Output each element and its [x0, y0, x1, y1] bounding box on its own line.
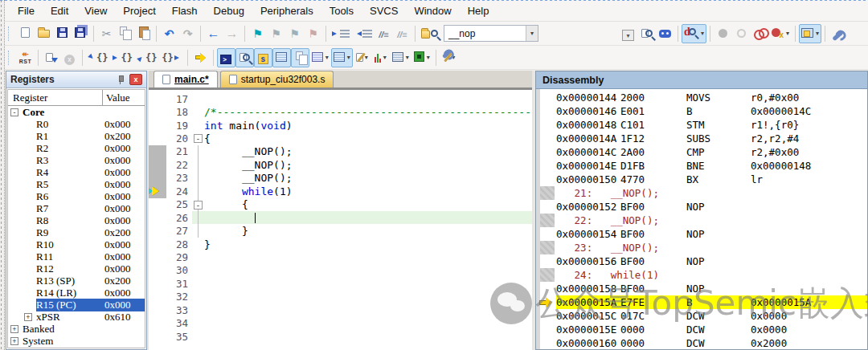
uncomment-selection-button[interactable]: //≡: [393, 24, 411, 43]
register-row-R5[interactable]: R50x000: [8, 178, 145, 190]
pin-icon[interactable]: [117, 75, 125, 84]
bookmark-next-button[interactable]: ⚑: [267, 24, 285, 43]
register-row-R10[interactable]: R100x000: [8, 238, 145, 250]
kill-all-breakpoints-button[interactable]: ▾: [769, 24, 792, 43]
fold-margin[interactable]: -: [192, 132, 204, 144]
memory-windows-button[interactable]: ▾: [331, 48, 353, 67]
breakpoint-margin[interactable]: [149, 211, 166, 224]
breakpoint-margin[interactable]: [149, 277, 166, 290]
fold-collapse-icon[interactable]: -: [194, 134, 203, 143]
disasm-margin[interactable]: [536, 227, 556, 241]
redo-button[interactable]: ↷: [178, 24, 197, 43]
bookmark-prev-button[interactable]: ⚑: [285, 24, 304, 43]
breakpoint-margin[interactable]: [149, 238, 166, 250]
disassembly-window-button[interactable]: [235, 48, 254, 67]
disasm-margin[interactable]: [536, 145, 556, 159]
symbols-window-button[interactable]: s: [254, 48, 272, 67]
indent-button[interactable]: [330, 24, 352, 43]
find-text-value[interactable]: __nop: [444, 28, 526, 39]
menu-debug[interactable]: Debug: [206, 2, 252, 20]
paste-button[interactable]: [134, 24, 153, 43]
menu-peripherals[interactable]: Peripherals: [252, 2, 321, 20]
fold-margin[interactable]: -: [192, 198, 204, 211]
menu-help[interactable]: Help: [460, 2, 497, 20]
debug-restore-views-button[interactable]: ▾: [799, 24, 821, 43]
navigate-back-button[interactable]: ←: [204, 24, 223, 43]
combo-dropdown-icon[interactable]: ▾: [526, 26, 538, 41]
register-row-R14-LR-[interactable]: R14 (LR)0x000: [8, 287, 145, 299]
menu-svcs[interactable]: SVCS: [362, 2, 406, 20]
dropdown-caret-icon[interactable]: ▾: [786, 30, 789, 37]
dropdown-caret-icon[interactable]: ▾: [427, 54, 430, 61]
disasm-margin[interactable]: [536, 186, 556, 200]
menu-tools[interactable]: Tools: [321, 2, 362, 20]
dropdown-caret-icon[interactable]: ▾: [406, 54, 409, 61]
toolbox-button[interactable]: ▾: [440, 48, 458, 67]
expand-icon[interactable]: +: [24, 313, 32, 321]
register-row-R15-PC-[interactable]: R15 (PC)0x000: [8, 299, 145, 311]
step-out-button[interactable]: {}: [135, 48, 159, 67]
menu-flash[interactable]: Flash: [164, 2, 206, 20]
register-row-R11[interactable]: R110x000: [8, 250, 145, 262]
register-row-R1[interactable]: R10x200: [8, 130, 145, 142]
show-next-statement-button[interactable]: [191, 48, 210, 67]
disasm-margin[interactable]: [536, 241, 556, 254]
breakpoint-margin[interactable]: [149, 250, 166, 263]
bookmark-toggle-button[interactable]: ⚑: [248, 24, 267, 43]
disasm-margin[interactable]: [536, 104, 556, 118]
disable-all-breakpoints-button[interactable]: [751, 24, 769, 43]
breakpoint-margin[interactable]: [149, 92, 166, 105]
dropdown-caret-icon[interactable]: ▾: [326, 54, 329, 61]
breakpoint-margin[interactable]: [149, 105, 166, 118]
options-checkbox-button[interactable]: ▾: [619, 24, 637, 43]
trace-windows-button[interactable]: ▾: [390, 48, 411, 67]
register-row-R6[interactable]: R60x000: [8, 190, 145, 202]
breakpoint-margin[interactable]: [149, 264, 166, 277]
disasm-margin[interactable]: [536, 200, 556, 214]
register-row-Banked[interactable]: +Banked: [8, 323, 145, 335]
disasm-margin[interactable]: [536, 309, 556, 323]
breakpoint-margin[interactable]: [149, 119, 166, 132]
breakpoint-margin[interactable]: [149, 132, 166, 144]
breakpoint-margin[interactable]: [149, 172, 166, 185]
insert-breakpoint-button[interactable]: [714, 24, 732, 43]
register-row-R13-SP-[interactable]: R13 (SP)0x200: [8, 275, 145, 287]
dropdown-caret-icon[interactable]: ▾: [347, 54, 350, 61]
registers-window-button[interactable]: [272, 48, 291, 67]
start-stop-debug-button[interactable]: d▾: [682, 24, 706, 43]
disasm-margin[interactable]: [536, 282, 556, 295]
register-row-R8[interactable]: R80x000: [8, 214, 145, 226]
register-row-R4[interactable]: R40x000: [8, 166, 145, 178]
register-row-R0[interactable]: R00x000: [8, 118, 145, 130]
breakpoint-margin[interactable]: [149, 224, 166, 237]
dropdown-caret-icon[interactable]: ▾: [383, 54, 387, 61]
command-window-button[interactable]: >: [217, 48, 235, 67]
new-file-button[interactable]: [16, 24, 35, 43]
disasm-margin[interactable]: [536, 323, 556, 336]
breakpoint-margin[interactable]: [149, 158, 166, 171]
unindent-button[interactable]: [352, 24, 375, 43]
disasm-margin[interactable]: [536, 268, 556, 282]
register-row-xPSR[interactable]: +xPSR0x610: [8, 311, 145, 323]
close-icon[interactable]: x: [129, 74, 142, 85]
register-row-R9[interactable]: R90x200: [8, 226, 145, 238]
breakpoint-margin[interactable]: [149, 316, 166, 329]
step-into-button[interactable]: {}: [86, 48, 110, 67]
disasm-margin[interactable]: [536, 159, 556, 173]
disasm-margin[interactable]: [536, 173, 556, 186]
step-over-button[interactable]: {}: [110, 48, 134, 67]
system-viewer-button[interactable]: ▾: [411, 48, 432, 67]
cut-button[interactable]: ✂: [97, 24, 116, 43]
menu-project[interactable]: Project: [115, 2, 163, 20]
analysis-windows-button[interactable]: ▾: [371, 48, 390, 67]
register-row-Core[interactable]: -Core: [8, 106, 145, 118]
registers-tree[interactable]: -CoreR00x000R10x200R20x000R30x000R40x000…: [8, 106, 145, 348]
disasm-margin[interactable]: [536, 336, 556, 349]
watch-windows-button[interactable]: ▾: [309, 48, 331, 67]
register-row-System[interactable]: +System: [8, 335, 145, 347]
register-row-R12[interactable]: R120x000: [8, 262, 145, 275]
disasm-margin[interactable]: [536, 118, 556, 132]
run-to-cursor-button[interactable]: {}: [159, 48, 183, 67]
disasm-margin[interactable]: [536, 295, 556, 309]
bookmark-clear-all-button[interactable]: ⚑: [304, 24, 322, 43]
